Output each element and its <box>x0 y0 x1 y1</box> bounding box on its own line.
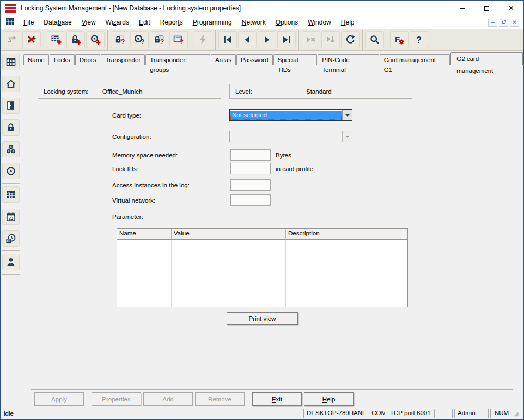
card-type-select[interactable]: Not selected <box>229 109 352 121</box>
svg-text:?: ? <box>141 38 144 45</box>
mdi-restore-button[interactable] <box>499 19 508 27</box>
menu-edit[interactable]: Edit <box>134 17 155 28</box>
title-bar: Locking System Management - [New Databas… <box>1 1 523 16</box>
menu-network[interactable]: Network <box>237 17 271 28</box>
sidebar-transponder-button[interactable] <box>2 163 20 179</box>
new-transponder-icon <box>90 34 101 45</box>
status-panel-1: TCP port:6001 <box>387 409 432 418</box>
tab-special-tids[interactable]: Special TIDs <box>273 54 318 65</box>
card-type-dropdown-button[interactable] <box>342 110 352 120</box>
level-box: Level: Standard <box>229 84 412 99</box>
card-type-selected-value: Not selected <box>230 111 342 120</box>
mdi-close-button[interactable]: × <box>510 19 519 27</box>
menu-view[interactable]: View <box>77 17 101 28</box>
app-window: Locking System Management - [New Databas… <box>0 0 524 420</box>
tab-password[interactable]: Password <box>236 54 273 65</box>
tab-doors[interactable]: Doors <box>75 54 101 65</box>
commit-record-button[interactable] <box>321 31 340 48</box>
user-icon <box>5 257 16 267</box>
new-locking-system-button[interactable] <box>47 31 65 48</box>
print-view-button[interactable]: Print view <box>227 312 298 325</box>
read-lock-button[interactable]: ? <box>111 31 129 48</box>
nav-next-button[interactable] <box>258 31 276 48</box>
help-icon: ? <box>413 34 424 45</box>
disconnect-button[interactable] <box>22 31 41 48</box>
cancel-record-button[interactable] <box>302 31 320 48</box>
program-button[interactable] <box>194 31 212 48</box>
column-header-name[interactable]: Name <box>117 229 172 240</box>
refresh-button[interactable] <box>341 31 360 48</box>
status-panels: DESKTOP-789HANE : COM(*)TCP port:6001Adm… <box>303 409 513 418</box>
tab-name[interactable]: Name <box>23 54 49 65</box>
status-panel-5: NUM <box>490 409 513 418</box>
menu-wizards[interactable]: Wizards <box>101 17 134 28</box>
sidebar-user-button[interactable] <box>2 254 20 270</box>
new-lock-button[interactable] <box>66 31 85 48</box>
nav-first-icon <box>222 34 233 45</box>
refresh-icon <box>345 34 356 45</box>
nav-first-button[interactable] <box>218 31 237 48</box>
workspace: 23 NameLocksDoorsTransponderTransponder … <box>1 51 523 407</box>
read-transponder-button[interactable]: ? <box>130 31 149 48</box>
building-icon <box>5 78 16 89</box>
svg-text:?: ? <box>160 38 164 45</box>
sidebar-building-button[interactable] <box>2 76 20 92</box>
column-header-value[interactable]: Value <box>172 229 286 240</box>
tab-areas[interactable]: Areas <box>211 54 236 65</box>
filter-settings-button[interactable]: F <box>390 31 409 48</box>
tab-card-management-g1[interactable]: Card management G1 <box>380 54 450 65</box>
tab-transponder-groups[interactable]: Transponder groups <box>145 54 210 65</box>
table-body-column <box>172 240 286 307</box>
locking-system-value: Office_Munich <box>102 88 142 95</box>
menu-help[interactable]: Help <box>336 17 360 28</box>
new-transponder-button[interactable] <box>86 31 105 48</box>
nav-last-button[interactable] <box>277 31 296 48</box>
resize-grip-icon[interactable]: ◢ <box>514 409 522 418</box>
svg-text:?: ? <box>121 38 125 45</box>
menu-window[interactable]: Window <box>303 17 336 28</box>
access-instances-field <box>230 179 271 191</box>
read-lock-g1-button[interactable]: ? <box>150 31 168 48</box>
read-lock-g1-icon: ? <box>154 34 164 45</box>
footer-divider <box>31 389 513 390</box>
properties-button: Properties <box>92 392 141 406</box>
calendar-icon: 23 <box>5 211 16 222</box>
sidebar-transponder-groups-button[interactable] <box>2 141 20 157</box>
tab-locks[interactable]: Locks <box>50 54 75 65</box>
menu-reports[interactable]: Reports <box>155 17 188 28</box>
nav-last-icon <box>281 34 292 45</box>
sidebar-lock-button[interactable] <box>2 119 20 136</box>
configuration-label: Configuration: <box>112 133 151 140</box>
help-button[interactable]: Help <box>304 392 354 406</box>
sidebar-matrix-view-button[interactable] <box>2 54 20 70</box>
configuration-select <box>229 131 352 142</box>
menu-file[interactable]: File <box>19 17 39 28</box>
exit-button[interactable]: Exit <box>252 392 302 406</box>
mdi-minimize-button[interactable] <box>488 19 497 27</box>
sidebar-matrix-button[interactable] <box>2 186 20 203</box>
help-button[interactable]: ? <box>410 31 428 48</box>
close-button[interactable]: × <box>499 1 523 16</box>
chevron-down-icon <box>345 114 350 117</box>
menu-options[interactable]: Options <box>271 17 303 28</box>
menu-programming[interactable]: Programming <box>188 17 237 28</box>
sidebar-door-button[interactable] <box>2 98 20 114</box>
search-button[interactable] <box>365 31 384 48</box>
column-header-filler <box>403 229 407 240</box>
column-header-description[interactable]: Description <box>286 229 403 240</box>
tab-pin-code-terminal[interactable]: PIN-Code Terminal <box>318 54 379 65</box>
tab-transponder[interactable]: Transponder <box>101 54 145 65</box>
menu-database[interactable]: Database <box>39 17 76 28</box>
mdi-restore-icon <box>502 21 505 24</box>
sidebar-log-button[interactable] <box>2 230 20 247</box>
nav-prev-button[interactable] <box>238 31 257 48</box>
nav-prev-icon <box>242 34 253 45</box>
sidebar-calendar-button[interactable]: 23 <box>2 209 20 225</box>
minimize-button[interactable] <box>450 1 474 16</box>
table-body-column <box>286 240 403 307</box>
tab-g2-card-management[interactable]: G2 card management <box>450 52 523 65</box>
sync-arrow-button[interactable] <box>3 31 21 48</box>
maximize-button[interactable] <box>474 1 499 16</box>
read-network-device-button[interactable]: ? <box>169 31 188 48</box>
close-icon: × <box>509 4 514 13</box>
